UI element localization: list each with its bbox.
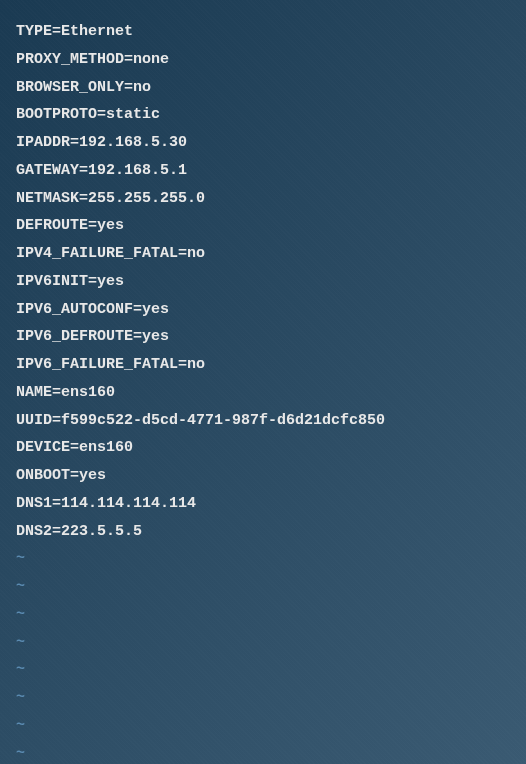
- empty-line-marker: ~: [16, 740, 510, 765]
- config-line: DEVICE=ens160: [16, 434, 510, 462]
- config-line: BROWSER_ONLY=no: [16, 74, 510, 102]
- config-line: ONBOOT=yes: [16, 462, 510, 490]
- config-line: IPV6_AUTOCONF=yes: [16, 296, 510, 324]
- config-line: PROXY_METHOD=none: [16, 46, 510, 74]
- config-line: IPV6_DEFROUTE=yes: [16, 323, 510, 351]
- config-line: DEFROUTE=yes: [16, 212, 510, 240]
- empty-line-marker: ~: [16, 684, 510, 712]
- config-line: DNS1=114.114.114.114: [16, 490, 510, 518]
- config-line: IPV4_FAILURE_FATAL=no: [16, 240, 510, 268]
- config-line: IPV6INIT=yes: [16, 268, 510, 296]
- config-line: NETMASK=255.255.255.0: [16, 185, 510, 213]
- config-line: IPADDR=192.168.5.30: [16, 129, 510, 157]
- empty-line-marker: ~: [16, 601, 510, 629]
- config-line: UUID=f599c522-d5cd-4771-987f-d6d21dcfc85…: [16, 407, 510, 435]
- empty-line-marker: ~: [16, 629, 510, 657]
- config-line: BOOTPROTO=static: [16, 101, 510, 129]
- config-line: TYPE=Ethernet: [16, 18, 510, 46]
- config-line: NAME=ens160: [16, 379, 510, 407]
- config-line: DNS2=223.5.5.5: [16, 518, 510, 546]
- vi-editor-viewport[interactable]: TYPE=Ethernet PROXY_METHOD=none BROWSER_…: [16, 18, 510, 764]
- empty-line-marker: ~: [16, 656, 510, 684]
- config-line: IPV6_FAILURE_FATAL=no: [16, 351, 510, 379]
- empty-line-marker: ~: [16, 573, 510, 601]
- config-line: GATEWAY=192.168.5.1: [16, 157, 510, 185]
- empty-line-marker: ~: [16, 712, 510, 740]
- empty-line-marker: ~: [16, 545, 510, 573]
